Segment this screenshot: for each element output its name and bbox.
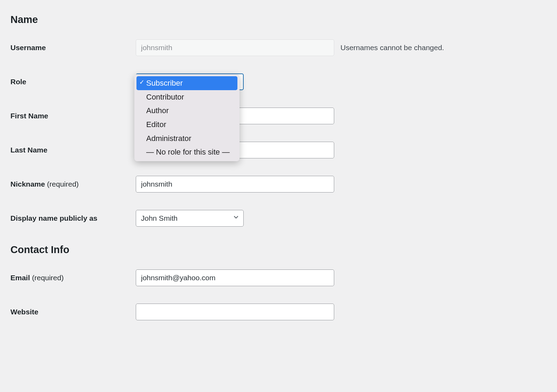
label-display-name: Display name publicly as	[10, 214, 136, 222]
role-option-contributor[interactable]: Contributor	[136, 90, 237, 104]
username-hint: Usernames cannot be changed.	[340, 44, 444, 52]
section-heading-contact: Contact Info	[10, 244, 547, 256]
label-email: Email (required)	[10, 274, 136, 282]
nickname-input[interactable]	[136, 176, 334, 193]
label-nickname: Nickname (required)	[10, 180, 136, 188]
row-last-name: Last Name	[10, 142, 547, 158]
role-option-editor[interactable]: Editor	[136, 118, 237, 132]
display-name-value: John Smith	[141, 214, 178, 222]
label-first-name: First Name	[10, 112, 136, 120]
row-first-name: First Name	[10, 108, 547, 124]
row-email: Email (required)	[10, 269, 547, 286]
email-input[interactable]	[136, 269, 334, 286]
role-select[interactable]: Subscriber Contributor Author Editor Adm…	[136, 73, 244, 90]
role-option-none[interactable]: — No role for this site —	[136, 145, 237, 159]
role-option-administrator[interactable]: Administrator	[136, 132, 237, 146]
role-dropdown-menu: Subscriber Contributor Author Editor Adm…	[134, 74, 240, 161]
label-website: Website	[10, 308, 136, 316]
section-heading-name: Name	[10, 14, 547, 25]
row-display-name: Display name publicly as John Smith	[10, 210, 547, 227]
label-role: Role	[10, 78, 136, 86]
username-input	[136, 39, 334, 56]
row-role: Role Subscriber Contributor Author Edito…	[10, 73, 547, 90]
display-name-select[interactable]: John Smith	[136, 210, 244, 227]
row-nickname: Nickname (required)	[10, 176, 547, 193]
label-username: Username	[10, 44, 136, 52]
row-website: Website	[10, 304, 547, 320]
role-option-subscriber[interactable]: Subscriber	[136, 76, 237, 90]
label-last-name: Last Name	[10, 146, 136, 154]
role-option-author[interactable]: Author	[136, 104, 237, 118]
row-username: Username Usernames cannot be changed.	[10, 39, 547, 56]
website-input[interactable]	[136, 304, 334, 320]
